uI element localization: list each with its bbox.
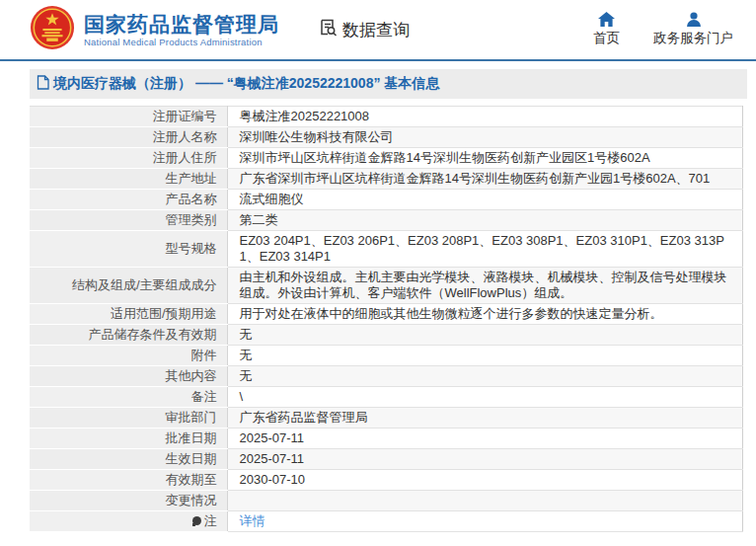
field-label: 管理类别 <box>30 210 227 231</box>
table-row: 有效期至2030-07-10 <box>30 470 743 491</box>
nav-home[interactable]: 首页 <box>593 12 620 47</box>
agency-name-en: National Medical Products Administration <box>84 37 279 47</box>
field-value: 无 <box>227 346 743 366</box>
table-row: 生效日期2025-07-11 <box>30 449 743 470</box>
field-label: 变更情况 <box>30 491 227 511</box>
field-label: 注册人住所 <box>30 148 227 169</box>
table-row: 管理类别第二类 <box>30 210 743 231</box>
field-value <box>227 491 743 511</box>
info-table-body: 注册证编号粤械注准20252221008注册人名称深圳唯公生物科技有限公司注册人… <box>30 107 743 532</box>
field-value: 广东省深圳市坪山区坑梓街道金辉路14号深圳生物医药创新产业园1号楼602A、70… <box>227 169 743 190</box>
table-row: 注册人名称深圳唯公生物科技有限公司 <box>30 127 743 148</box>
table-row: 审批部门广东省药品监督管理局 <box>30 408 743 429</box>
table-row: 备注\ <box>30 387 743 408</box>
field-value: 无 <box>227 325 743 346</box>
table-row: 附件无 <box>30 346 743 366</box>
table-row: 产品名称流式细胞仪 <box>30 190 743 210</box>
detail-link[interactable]: 详情 <box>240 513 265 528</box>
field-value: 广东省药品监督管理局 <box>227 408 743 429</box>
nav-portal-label: 政务服务门户 <box>653 30 733 47</box>
agency-title-block: 国家药品监督管理局 National Medical Products Admi… <box>84 13 279 47</box>
field-value: 2030-07-10 <box>227 470 743 491</box>
nav-portal[interactable]: 政务服务门户 <box>653 12 733 47</box>
nav-home-label: 首页 <box>593 30 620 47</box>
field-label: 审批部门 <box>30 408 227 429</box>
field-label: 型号规格 <box>30 231 227 268</box>
field-label: 附件 <box>30 346 227 366</box>
table-row: 型号规格EZ03 204P1、EZ03 206P1、EZ03 208P1、EZ0… <box>30 231 743 268</box>
table-row: 注册证编号粤械注准20252221008 <box>30 107 743 127</box>
field-label: 生效日期 <box>30 449 227 470</box>
field-value: 深圳唯公生物科技有限公司 <box>227 127 743 148</box>
agency-brand: 国家药品监督管理局 National Medical Products Admi… <box>30 5 279 54</box>
table-row: 产品储存条件及有效期无 <box>30 325 743 346</box>
main-content: 境内医疗器械（注册） —— “粤械注准20252221008” 基本信息 注册证… <box>0 69 756 532</box>
field-value: 2025-07-11 <box>227 429 743 449</box>
table-row: 生产地址广东省深圳市坪山区坑梓街道金辉路14号深圳生物医药创新产业园1号楼602… <box>30 169 743 190</box>
field-value: 流式细胞仪 <box>227 190 743 210</box>
field-label: 结构及组成/主要组成成分 <box>30 268 227 304</box>
field-label: 生产地址 <box>30 169 227 190</box>
table-row: 适用范围/预期用途用于对处在液体中的细胞或其他生物微粒逐个进行多参数的快速定量分… <box>30 304 743 325</box>
nav-data-query[interactable]: 数据查询 <box>319 18 410 41</box>
data-query-icon <box>319 18 338 41</box>
field-value: EZ03 204P1、EZ03 206P1、EZ03 208P1、EZ03 30… <box>227 231 743 268</box>
field-value: 用于对处在液体中的细胞或其他生物微粒逐个进行多参数的快速定量分析。 <box>227 304 743 325</box>
document-icon <box>37 75 49 94</box>
header-right-nav: 首页 政务服务门户 <box>593 12 733 47</box>
field-value: 粤械注准20252221008 <box>227 107 743 127</box>
field-value: 详情 <box>227 511 743 532</box>
field-value: 2025-07-11 <box>227 449 743 470</box>
table-row: 批准日期2025-07-11 <box>30 429 743 449</box>
user-icon <box>686 12 702 27</box>
site-header: 国家药品监督管理局 National Medical Products Admi… <box>0 0 756 61</box>
field-label: 产品储存条件及有效期 <box>30 325 227 346</box>
national-emblem-logo <box>30 5 75 54</box>
field-label: 注册人名称 <box>30 127 227 148</box>
data-query-label: 数据查询 <box>342 19 410 41</box>
page-title: 境内医疗器械（注册） —— “粤械注准20252221008” 基本信息 <box>53 75 439 93</box>
field-label: 注 <box>30 511 227 532</box>
table-row: 注详情 <box>30 511 743 532</box>
note-icon <box>192 516 201 525</box>
table-row: 注册人住所深圳市坪山区坑梓街道金辉路14号深圳生物医药创新产业园区1号楼602A <box>30 148 743 169</box>
field-value: 无 <box>227 366 743 387</box>
field-label: 产品名称 <box>30 190 227 210</box>
table-row: 结构及组成/主要组成成分由主机和外设组成。主机主要由光学模块、液路模块、机械模块… <box>30 268 743 304</box>
page-title-bar: 境内医疗器械（注册） —— “粤械注准20252221008” 基本信息 <box>30 69 747 99</box>
table-row: 变更情况 <box>30 491 743 511</box>
field-value: 第二类 <box>227 210 743 231</box>
field-value: 深圳市坪山区坑梓街道金辉路14号深圳生物医药创新产业园区1号楼602A <box>227 148 743 169</box>
field-value: 由主机和外设组成。主机主要由光学模块、液路模块、机械模块、控制及信号处理模块组成… <box>227 268 743 304</box>
home-icon <box>598 12 615 27</box>
registration-info-table: 注册证编号粤械注准20252221008注册人名称深圳唯公生物科技有限公司注册人… <box>30 106 743 532</box>
table-row: 其他内容无 <box>30 366 743 387</box>
agency-name-cn: 国家药品监督管理局 <box>84 13 279 37</box>
field-label: 备注 <box>30 387 227 408</box>
field-value: \ <box>227 387 743 408</box>
field-label: 适用范围/预期用途 <box>30 304 227 325</box>
field-label: 其他内容 <box>30 366 227 387</box>
field-label: 注册证编号 <box>30 107 227 127</box>
field-label: 批准日期 <box>30 429 227 449</box>
field-label: 有效期至 <box>30 470 227 491</box>
